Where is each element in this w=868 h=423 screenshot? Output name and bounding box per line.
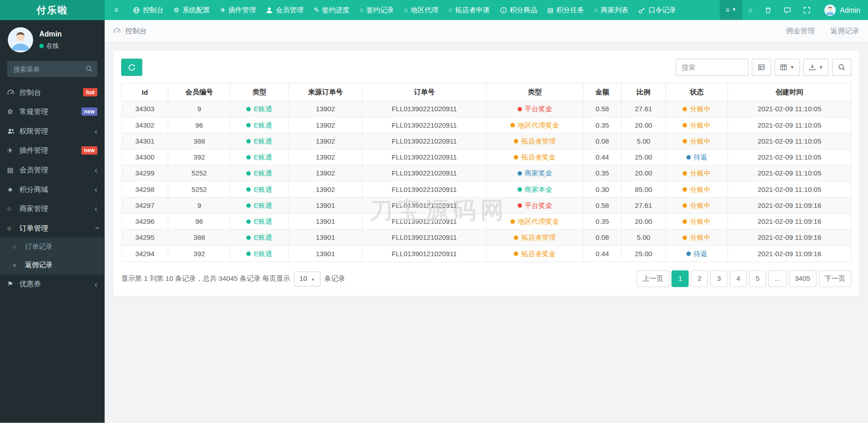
top-nav-item-token-records[interactable]: 口令记录	[633, 0, 681, 20]
user-menu[interactable]: Admin	[817, 0, 868, 20]
page-button-4[interactable]: 4	[730, 270, 747, 287]
sidebar-item-auth-manage[interactable]: 权限管理‹	[0, 121, 105, 141]
top-nav-item-shop-applicant[interactable]: ○拓店者申请	[444, 0, 495, 20]
sidebar-toggle-button[interactable]: ≡	[105, 0, 128, 20]
status-dot-icon	[683, 107, 687, 112]
top-nav-item-system-config[interactable]: ⚙系统配置	[168, 0, 215, 20]
page-size-select[interactable]: 10 ▲	[294, 271, 320, 286]
cell-order-no: FLL01390221020911	[362, 133, 486, 149]
table-footer: 显示第 1 到第 10 条记录，总共 34045 条记录 每页显示 10 ▲ 条…	[121, 270, 851, 287]
sidebar-item-score-mall[interactable]: ★积分商城‹	[0, 180, 105, 199]
cell-member-no: 392	[168, 246, 230, 262]
top-nav-item-console[interactable]: 控制台	[128, 0, 168, 20]
top-nav-item-sign-progress[interactable]: ✎签约进度	[308, 0, 354, 20]
cell-amount: 0.08	[583, 230, 621, 246]
cell-created-at: 2021-02-09 11:10:05	[728, 165, 851, 181]
cell-id: 34301	[122, 133, 168, 149]
sidebar-subitem-commission-records[interactable]: ○返佣记录	[0, 256, 105, 274]
top-nav-item-addon-manage[interactable]: ✈插件管理	[215, 0, 261, 20]
sidebar-item-addon-manage[interactable]: ✈插件管理new	[0, 141, 105, 160]
menu-icon: ≡	[726, 7, 730, 14]
sidebar-item-dashboard[interactable]: 控制台hot	[0, 83, 105, 102]
records-summary-suffix: 条记录	[324, 274, 345, 284]
breadcrumb[interactable]: 控制台	[113, 26, 147, 36]
layout-menu-button[interactable]: ≡ ▼	[720, 0, 742, 20]
next-page-button[interactable]: 下一页	[818, 270, 851, 287]
home-button[interactable]: ⌂	[742, 0, 759, 20]
cell-id: 34294	[122, 246, 168, 262]
circle-icon: ○	[594, 7, 598, 14]
brand-logo[interactable]: 付乐啦	[0, 0, 105, 20]
records-summary: 显示第 1 到第 10 条记录，总共 34045 条记录 每页显示	[121, 274, 290, 284]
page-button-ellipsis[interactable]: ...	[769, 270, 786, 287]
columns-icon	[780, 64, 787, 71]
cell-ratio: 25.00	[621, 246, 666, 262]
top-nav-item-merchant-list[interactable]: ○商家列表	[589, 0, 633, 20]
cell-member-no: 388	[168, 133, 230, 149]
export-button[interactable]: ▼	[803, 59, 829, 76]
account-type-link[interactable]: E账通	[246, 217, 272, 225]
table-panel: ▼ ▼ Id会员编号类型来源订单号订单号类型金额	[113, 51, 860, 297]
status-dot-icon	[683, 139, 687, 144]
message-button[interactable]	[778, 0, 797, 20]
page-button-1[interactable]: 1	[672, 270, 689, 287]
top-nav-item-label: 控制台	[143, 5, 164, 15]
info-icon	[500, 6, 507, 14]
top-nav-item-score-tasks[interactable]: ▤积分任务	[542, 0, 589, 20]
account-type-link[interactable]: E账通	[246, 186, 272, 193]
cell-account-type: E账通	[230, 181, 289, 197]
cell-ratio: 25.00	[621, 150, 666, 165]
sidebar-item-coupon[interactable]: ⚑优惠券‹	[0, 274, 105, 294]
page-button-5[interactable]: 5	[749, 270, 766, 287]
status-dot-icon	[514, 236, 518, 240]
sidebar-item-label: 插件管理	[20, 145, 82, 155]
top-nav-item-member-manage[interactable]: 会员管理	[261, 0, 309, 20]
status-dot-icon	[686, 252, 691, 256]
cell-bonus-type: 拓店者奖金	[486, 246, 583, 262]
table-search-input[interactable]	[676, 59, 748, 76]
search-icon	[86, 65, 92, 72]
account-type-link[interactable]: E账通	[246, 153, 272, 161]
bonus-type-label: 拓店者奖金	[514, 153, 556, 161]
status-label: 分账中	[683, 217, 710, 225]
sidebar-search-input[interactable]	[7, 61, 97, 77]
prev-page-button[interactable]: 上一页	[637, 270, 669, 287]
fullscreen-button[interactable]	[797, 0, 817, 20]
page-button-3405[interactable]: 3405	[789, 270, 817, 287]
sidebar-item-order-manage[interactable]: ○订单管理‹	[0, 218, 105, 238]
top-nav-item-score-goods[interactable]: 积分商品	[495, 0, 542, 20]
globe-icon	[133, 6, 140, 14]
cell-source-order: 13902	[289, 165, 363, 181]
gauge-icon	[7, 88, 20, 96]
page-button-2[interactable]: 2	[691, 270, 708, 287]
sidebar-subitem-order-records[interactable]: ○订单记录	[0, 237, 105, 256]
top-nav-item-region-agent[interactable]: ○地区代理	[399, 0, 444, 20]
table-row: 3430296E账通13902FLL01390221020911地区代理奖金0.…	[122, 117, 851, 133]
sidebar-item-label: 会员管理	[20, 165, 95, 175]
account-type-link[interactable]: E账通	[246, 233, 272, 241]
account-type-link[interactable]: E账通	[246, 201, 272, 209]
sidebar-item-merchant-manage[interactable]: ○商家管理‹	[0, 199, 105, 218]
account-type-link[interactable]: E账通	[246, 137, 272, 145]
toggle-view-button[interactable]	[752, 59, 771, 76]
cell-ratio: 20.00	[621, 214, 666, 230]
sidebar-item-label: 订单管理	[20, 223, 95, 233]
account-type-link[interactable]: E账通	[246, 169, 272, 177]
refresh-button[interactable]	[121, 59, 142, 76]
refresh-icon	[128, 63, 136, 71]
circle-icon: ○	[7, 225, 20, 232]
top-nav-item-sign-records[interactable]: ○签约记录	[354, 0, 399, 20]
account-type-link[interactable]: E账通	[246, 250, 272, 258]
account-type-link[interactable]: E账通	[246, 105, 272, 113]
top-nav-item-label: 签约记录	[366, 5, 394, 15]
clear-cache-button[interactable]	[758, 0, 778, 20]
cell-id: 34303	[122, 101, 168, 117]
account-type-link[interactable]: E账通	[246, 121, 272, 129]
sidebar-item-member-manage[interactable]: ▤会员管理‹	[0, 160, 105, 180]
search-submit-button[interactable]	[832, 59, 852, 76]
columns-button[interactable]: ▼	[775, 59, 800, 76]
sidebar-item-general-manage[interactable]: ⚙常规管理new	[0, 102, 105, 122]
page-button-3[interactable]: 3	[710, 270, 728, 287]
table-view-icon	[758, 64, 765, 71]
menu-icon: ≡	[114, 7, 118, 14]
